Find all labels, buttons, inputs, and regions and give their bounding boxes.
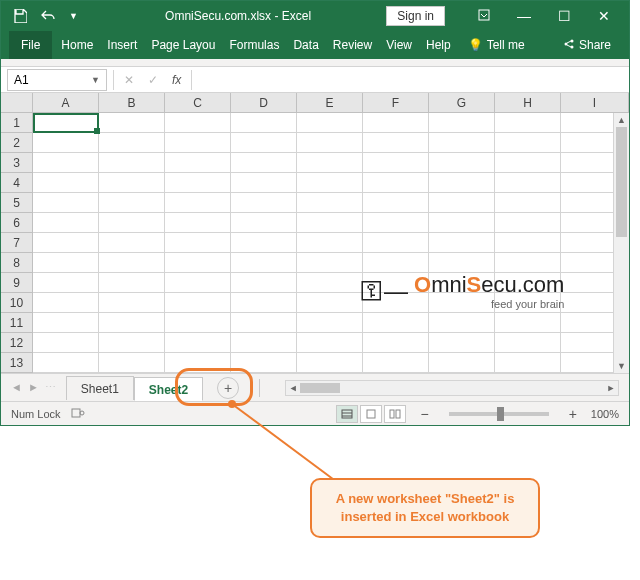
cell[interactable] (165, 253, 231, 273)
cell[interactable] (99, 253, 165, 273)
tab-view[interactable]: View (379, 31, 419, 59)
cell[interactable] (495, 333, 561, 353)
cell[interactable] (33, 333, 99, 353)
tab-data[interactable]: Data (286, 31, 325, 59)
col-head[interactable]: H (495, 93, 561, 112)
cell[interactable] (33, 353, 99, 373)
horizontal-scrollbar[interactable]: ◄ ► (285, 380, 619, 396)
cell[interactable] (363, 273, 429, 293)
cell[interactable] (33, 253, 99, 273)
cell[interactable] (231, 333, 297, 353)
cell[interactable] (297, 333, 363, 353)
cell[interactable] (99, 133, 165, 153)
scroll-right-icon[interactable]: ► (604, 381, 618, 395)
formula-input[interactable] (192, 69, 629, 91)
cell[interactable] (495, 153, 561, 173)
cell[interactable] (297, 153, 363, 173)
cell[interactable] (495, 213, 561, 233)
zoom-in-button[interactable]: + (565, 406, 581, 422)
fx-icon[interactable]: fx (172, 73, 181, 87)
cell[interactable] (363, 353, 429, 373)
cell[interactable] (33, 313, 99, 333)
cell[interactable] (99, 153, 165, 173)
cell[interactable] (297, 233, 363, 253)
cell[interactable] (165, 333, 231, 353)
cell[interactable] (165, 213, 231, 233)
cell[interactable] (99, 213, 165, 233)
cell[interactable] (33, 133, 99, 153)
cell[interactable] (99, 233, 165, 253)
cell[interactable] (99, 313, 165, 333)
cell[interactable] (429, 273, 495, 293)
cell[interactable] (231, 353, 297, 373)
cell[interactable] (99, 333, 165, 353)
cell[interactable] (429, 333, 495, 353)
tellme-search[interactable]: 💡 Tell me (458, 38, 535, 52)
cell[interactable] (33, 173, 99, 193)
share-button[interactable]: Share (553, 38, 621, 53)
sheet-tab-2[interactable]: Sheet2 (134, 377, 203, 401)
select-all-corner[interactable] (1, 93, 33, 112)
cell[interactable] (165, 313, 231, 333)
col-head[interactable]: F (363, 93, 429, 112)
view-page-break-button[interactable] (384, 405, 406, 423)
cell[interactable] (429, 233, 495, 253)
row-head[interactable]: 8 (1, 253, 33, 273)
name-box-dropdown-icon[interactable]: ▼ (91, 75, 100, 85)
cell[interactable] (297, 113, 363, 133)
scroll-thumb[interactable] (616, 127, 627, 237)
cell[interactable] (33, 193, 99, 213)
minimize-button[interactable]: — (509, 8, 539, 24)
new-sheet-button[interactable]: + (217, 377, 239, 399)
cell[interactable] (231, 153, 297, 173)
cell[interactable] (495, 113, 561, 133)
ribbon-options-icon[interactable] (469, 8, 499, 24)
tab-nav-next-icon[interactable]: ► (28, 381, 39, 394)
tab-help[interactable]: Help (419, 31, 458, 59)
cell[interactable] (363, 253, 429, 273)
cell[interactable] (33, 293, 99, 313)
cell[interactable] (429, 293, 495, 313)
zoom-slider[interactable] (449, 412, 549, 416)
cell[interactable] (99, 293, 165, 313)
cell[interactable] (297, 273, 363, 293)
cell[interactable] (231, 193, 297, 213)
cell[interactable] (429, 213, 495, 233)
cell[interactable] (297, 193, 363, 213)
row-head[interactable]: 4 (1, 173, 33, 193)
cell[interactable] (495, 313, 561, 333)
cell[interactable] (99, 193, 165, 213)
row-head[interactable]: 13 (1, 353, 33, 373)
vertical-scrollbar[interactable]: ▲ ▼ (613, 113, 629, 373)
row-head[interactable]: 11 (1, 313, 33, 333)
zoom-out-button[interactable]: − (416, 406, 432, 422)
cell[interactable] (165, 153, 231, 173)
cell[interactable] (363, 173, 429, 193)
col-head[interactable]: A (33, 93, 99, 112)
cell[interactable] (297, 133, 363, 153)
spreadsheet-grid[interactable]: A B C D E F G H I 12345678910111213 ▲ ▼ (1, 93, 629, 373)
cell[interactable] (33, 213, 99, 233)
row-head[interactable]: 7 (1, 233, 33, 253)
view-page-layout-button[interactable] (360, 405, 382, 423)
cell[interactable] (99, 113, 165, 133)
cell[interactable] (231, 173, 297, 193)
cell[interactable] (165, 353, 231, 373)
row-head[interactable]: 5 (1, 193, 33, 213)
scroll-down-icon[interactable]: ▼ (614, 359, 629, 373)
cell[interactable] (165, 133, 231, 153)
row-head[interactable]: 3 (1, 153, 33, 173)
name-box[interactable]: A1 ▼ (7, 69, 107, 91)
cell[interactable] (297, 173, 363, 193)
tab-page-layout[interactable]: Page Layou (144, 31, 222, 59)
cell[interactable] (165, 173, 231, 193)
cell[interactable] (429, 253, 495, 273)
cell[interactable] (231, 253, 297, 273)
cell[interactable] (495, 233, 561, 253)
row-head[interactable]: 1 (1, 113, 33, 133)
cell[interactable] (99, 273, 165, 293)
col-head[interactable]: B (99, 93, 165, 112)
maximize-button[interactable]: ☐ (549, 8, 579, 24)
tab-insert[interactable]: Insert (100, 31, 144, 59)
cell[interactable] (165, 193, 231, 213)
